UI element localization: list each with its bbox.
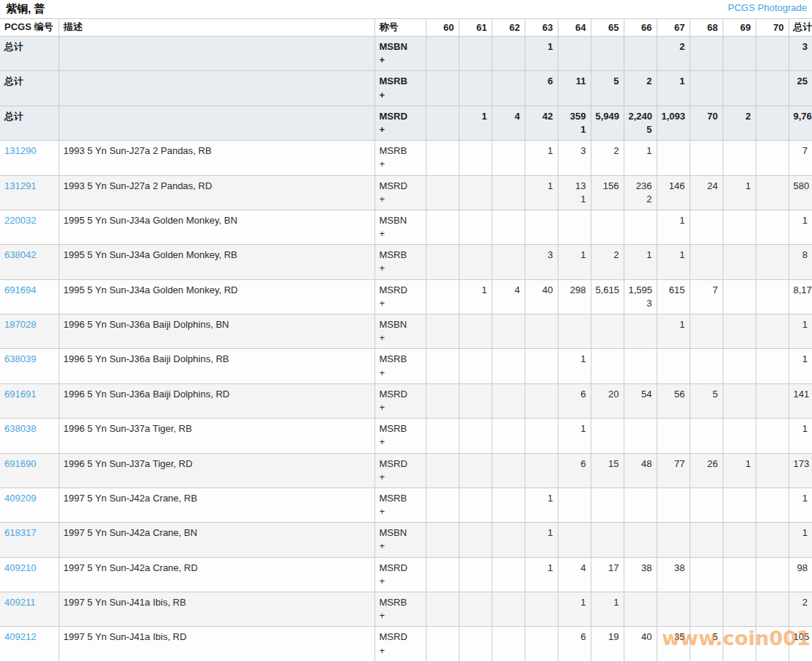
grade-62-cell bbox=[492, 210, 525, 244]
grade-67-cell bbox=[657, 419, 690, 453]
table-row: 6916911996 5 Yn Sun-J36a Baiji Dolphins,… bbox=[0, 383, 812, 418]
grade-60-cell bbox=[426, 210, 459, 244]
pcgs-number-link[interactable]: 131290 bbox=[4, 145, 36, 156]
photograde-link[interactable]: PCGS Photograde bbox=[728, 2, 807, 13]
grade-61-cell bbox=[459, 210, 492, 244]
grade-70-cell bbox=[756, 557, 789, 592]
pcgs-number-link[interactable]: 691691 bbox=[4, 389, 36, 400]
grade-66-cell: 38 bbox=[624, 557, 657, 592]
grade-66-cell bbox=[624, 315, 657, 349]
designation-cell: MSRB + bbox=[374, 488, 426, 522]
total-cell: 1 bbox=[789, 523, 812, 557]
grade-63-cell: 40 bbox=[525, 279, 558, 314]
grade-69-cell bbox=[723, 71, 756, 106]
grade-63-cell: 1 bbox=[525, 175, 558, 210]
grade-68-cell bbox=[690, 349, 723, 383]
grade-70-cell bbox=[756, 592, 789, 627]
grade-64-cell: 6 bbox=[558, 383, 591, 418]
pcgs-number-link[interactable]: 618317 bbox=[4, 527, 36, 538]
pcgs-number-cell: 638042 bbox=[0, 245, 59, 279]
designation-cell: MSRD + bbox=[374, 557, 426, 592]
description-cell: 1996 5 Yn Sun-J37a Tiger, RD bbox=[59, 453, 374, 488]
grade-64-cell: 1 bbox=[558, 245, 591, 279]
grade-60-cell bbox=[426, 488, 459, 522]
total-cell: 25 bbox=[789, 71, 812, 106]
table-row: 6380421995 5 Yn Sun-J34a Golden Monkey, … bbox=[0, 245, 812, 279]
pcgs-number-link[interactable]: 638038 bbox=[4, 423, 36, 434]
pcgs-number-link[interactable]: 409212 bbox=[4, 631, 36, 642]
header-grade-60: 60 bbox=[426, 19, 459, 37]
pcgs-number-link[interactable]: 691690 bbox=[4, 458, 36, 469]
pcgs-number-cell: 409212 bbox=[0, 627, 59, 661]
grade-67-cell: 1 bbox=[657, 245, 690, 279]
designation-cell: MSRB + bbox=[374, 141, 426, 175]
designation-cell: MSRB + bbox=[374, 245, 426, 279]
grade-62-cell bbox=[492, 71, 525, 106]
description-cell: 1995 5 Yn Sun-J34a Golden Monkey, RD bbox=[59, 279, 374, 314]
grade-67-cell: 56 bbox=[657, 383, 690, 418]
header-grade-69: 69 bbox=[723, 19, 756, 37]
total-row-label: 总计 bbox=[0, 106, 59, 140]
grade-69-cell bbox=[723, 37, 756, 71]
grade-69-cell: 1 bbox=[723, 453, 756, 488]
grade-62-cell bbox=[492, 523, 525, 557]
pcgs-number-link[interactable]: 638039 bbox=[4, 353, 36, 364]
grade-70-cell bbox=[756, 210, 789, 244]
grade-65-cell bbox=[591, 315, 624, 349]
grade-67-cell: 1,093 bbox=[657, 106, 690, 140]
designation-cell: MSRD + bbox=[374, 383, 426, 418]
total-cell: 141 bbox=[789, 383, 812, 418]
header-grade-61: 61 bbox=[459, 19, 492, 37]
total-cell: 1 bbox=[789, 210, 812, 244]
grade-62-cell bbox=[492, 453, 525, 488]
grade-64-cell: 1 bbox=[558, 349, 591, 383]
pcgs-number-link[interactable]: 409211 bbox=[4, 597, 35, 608]
header-total: 总计 bbox=[789, 19, 812, 37]
header-grade-67: 67 bbox=[657, 19, 690, 37]
grade-65-cell bbox=[591, 210, 624, 244]
pcgs-number-link[interactable]: 220032 bbox=[4, 215, 36, 226]
total-cell: 7 bbox=[789, 141, 812, 175]
pcgs-number-link[interactable]: 638042 bbox=[4, 249, 36, 260]
description-cell: 1997 5 Yn Sun-J42a Crane, BN bbox=[59, 523, 374, 557]
grade-64-cell: 298 bbox=[558, 279, 591, 314]
grade-63-cell bbox=[525, 349, 558, 383]
total-cell: 1 bbox=[789, 419, 812, 453]
grade-63-cell: 6 bbox=[525, 71, 558, 106]
designation-cell: MSBN + bbox=[374, 37, 426, 71]
grade-60-cell bbox=[426, 557, 459, 592]
grade-68-cell bbox=[690, 141, 723, 175]
grade-64-cell bbox=[558, 523, 591, 557]
pcgs-number-cell: 638039 bbox=[0, 349, 59, 383]
grade-64-cell: 4 bbox=[558, 557, 591, 592]
grade-65-cell bbox=[591, 37, 624, 71]
grade-68-cell bbox=[690, 315, 723, 349]
pcgs-number-link[interactable]: 409210 bbox=[4, 562, 36, 573]
description-cell: 1995 5 Yn Sun-J34a Golden Monkey, RB bbox=[59, 245, 374, 279]
grade-64-cell: 6 bbox=[558, 627, 591, 661]
grade-66-cell: 2 bbox=[624, 71, 657, 106]
pcgs-number-link[interactable]: 409209 bbox=[4, 493, 36, 504]
total-row-label: 总计 bbox=[0, 37, 59, 71]
grade-65-cell: 5,615 bbox=[591, 279, 624, 314]
grade-70-cell bbox=[756, 315, 789, 349]
grade-68-cell bbox=[690, 419, 723, 453]
designation-cell: MSRB + bbox=[374, 592, 426, 627]
grade-68-cell bbox=[690, 210, 723, 244]
grade-61-cell bbox=[459, 557, 492, 592]
table-row: 4092121997 5 Yn Sun-J41a Ibis, RDMSRD +6… bbox=[0, 627, 812, 661]
designation-cell: MSBN + bbox=[374, 210, 426, 244]
pcgs-number-link[interactable]: 131291 bbox=[4, 180, 36, 191]
grade-63-cell bbox=[525, 453, 558, 488]
grade-68-cell: 26 bbox=[690, 453, 723, 488]
pcgs-number-link[interactable]: 187028 bbox=[4, 319, 36, 330]
grade-64-cell: 6 bbox=[558, 453, 591, 488]
total-cell: 2 bbox=[789, 592, 812, 627]
grade-67-cell: 77 bbox=[657, 453, 690, 488]
grade-60-cell bbox=[426, 383, 459, 418]
grade-61-cell bbox=[459, 141, 492, 175]
table-row: 6916941995 5 Yn Sun-J34a Golden Monkey, … bbox=[0, 279, 812, 314]
pcgs-number-link[interactable]: 691694 bbox=[4, 284, 36, 295]
grade-64-cell: 359 1 bbox=[558, 106, 591, 140]
pcgs-number-cell: 409209 bbox=[0, 488, 59, 522]
